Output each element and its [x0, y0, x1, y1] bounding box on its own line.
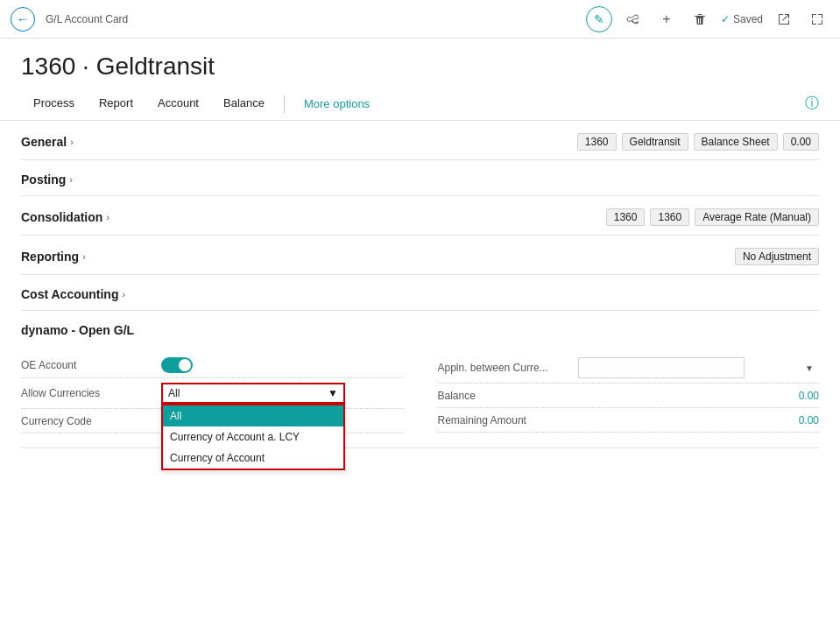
allow-currencies-dropdown-wrapper: All ▼ All Currency of Account a. LCY Cur… — [161, 383, 345, 404]
posting-section: Posting › — [21, 160, 819, 196]
currency-code-label: Currency Code — [21, 415, 161, 427]
general-badge-number: 1360 — [577, 133, 617, 151]
consolidation-badge-2: 1360 — [650, 208, 689, 226]
cost-accounting-section-title: Cost Accounting — [21, 287, 118, 301]
consolidation-section-title: Consolidation — [21, 210, 102, 224]
general-section-title: General — [21, 135, 67, 149]
oe-account-label: OE Account — [21, 359, 161, 371]
option-currency-lcy[interactable]: Currency of Account a. LCY — [163, 426, 343, 447]
toolbar-actions: ✎ + ✓ Saved — [586, 6, 829, 32]
page-breadcrumb: G/L Account Card — [46, 13, 579, 25]
back-button[interactable]: ← — [11, 7, 35, 32]
menu-more-options[interactable]: More options — [292, 90, 382, 117]
consolidation-chevron-icon: › — [106, 212, 109, 222]
balance-value: 0.00 — [578, 390, 820, 402]
add-button[interactable]: + — [654, 7, 679, 32]
posting-chevron-icon: › — [69, 174, 73, 185]
option-all[interactable]: All — [163, 405, 343, 426]
reporting-badges: No Adjustment — [735, 248, 819, 265]
oe-account-row: OE Account — [21, 353, 403, 378]
delete-button[interactable] — [688, 7, 712, 32]
general-badge-amount: 0.00 — [783, 133, 819, 151]
menu-item-account[interactable]: Account — [145, 88, 211, 121]
balance-row: Balance 0.00 — [438, 384, 820, 408]
general-badge-type: Balance Sheet — [694, 133, 778, 151]
consolidation-section: Consolidation › 1360 1360 Average Rate (… — [21, 196, 819, 236]
general-badge-name: Geldtransit — [622, 133, 688, 151]
dynamo-opengl-section-header[interactable]: dynamo - Open G/L — [21, 311, 819, 346]
allow-currencies-row: Allow Currencies All ▼ All Currency of A… — [21, 378, 403, 409]
balance-label: Balance — [438, 390, 578, 402]
appln-between-row: Appln. between Curre... ▼ — [438, 353, 820, 384]
dynamo-opengl-form: OE Account Allow Currencies All ▼ All Cu… — [21, 346, 819, 447]
saved-status: ✓ Saved — [721, 13, 763, 25]
allow-currencies-dropdown-list: All Currency of Account a. LCY Currency … — [161, 404, 345, 470]
allow-currencies-dropdown[interactable]: All ▼ — [161, 383, 345, 404]
page-title-area: 1360 · Geldtransit — [0, 39, 840, 88]
remaining-amount-row: Remaining Amount 0.00 — [438, 408, 820, 433]
info-icon[interactable]: ⓘ — [805, 95, 819, 113]
share-button[interactable] — [621, 7, 646, 32]
left-column: OE Account Allow Currencies All ▼ All Cu… — [21, 353, 403, 433]
posting-section-title: Posting — [21, 173, 66, 187]
general-section-header[interactable]: General › 1360 Geldtransit Balance Sheet… — [21, 121, 819, 159]
consolidation-badges: 1360 1360 Average Rate (Manual) — [606, 208, 819, 226]
allow-currencies-selected: All — [168, 387, 180, 399]
appln-dropdown-arrow-icon: ▼ — [805, 363, 814, 373]
reporting-section-title: Reporting — [21, 250, 79, 264]
expand-button[interactable] — [805, 7, 829, 32]
content-area: General › 1360 Geldtransit Balance Sheet… — [0, 121, 840, 616]
menu-item-balance[interactable]: Balance — [211, 88, 277, 121]
reporting-badge: No Adjustment — [735, 248, 819, 265]
general-badges: 1360 Geldtransit Balance Sheet 0.00 — [577, 133, 819, 151]
remaining-amount-label: Remaining Amount — [438, 414, 578, 426]
dynamo-opengl-section-title: dynamo - Open G/L — [21, 323, 134, 337]
dropdown-arrow-icon: ▼ — [328, 387, 338, 399]
top-bar: ← G/L Account Card ✎ + ✓ Saved — [0, 0, 840, 39]
cost-accounting-chevron-icon: › — [122, 289, 125, 299]
consolidation-section-header[interactable]: Consolidation › 1360 1360 Average Rate (… — [21, 196, 819, 235]
appln-between-dropdown[interactable] — [578, 357, 745, 378]
remaining-amount-value: 0.00 — [578, 414, 820, 426]
cost-accounting-section-header[interactable]: Cost Accounting › — [21, 275, 819, 310]
cost-accounting-section: Cost Accounting › — [21, 275, 819, 311]
consolidation-badge-3: Average Rate (Manual) — [695, 208, 819, 226]
menu-item-process[interactable]: Process — [21, 88, 87, 121]
general-section: General › 1360 Geldtransit Balance Sheet… — [21, 121, 819, 160]
consolidation-badge-1: 1360 — [606, 208, 646, 226]
option-currency-account[interactable]: Currency of Account — [163, 447, 343, 469]
appln-dropdown-wrapper: ▼ — [578, 357, 820, 378]
appln-between-label: Appln. between Curre... — [438, 362, 578, 374]
check-icon: ✓ — [721, 13, 730, 25]
edit-button[interactable]: ✎ — [586, 6, 612, 32]
menu-bar: Process Report Account Balance More opti… — [0, 88, 840, 121]
external-link-button[interactable] — [772, 7, 796, 32]
dynamo-opengl-section: dynamo - Open G/L OE Account Allow Curre… — [21, 311, 819, 448]
right-column: Appln. between Curre... ▼ Balance 0.00 R… — [438, 353, 820, 433]
general-chevron-icon: › — [70, 137, 74, 147]
menu-separator — [284, 95, 285, 113]
allow-currencies-label: Allow Currencies — [21, 387, 161, 399]
oe-account-toggle[interactable] — [161, 357, 193, 373]
page-title: 1360 · Geldtransit — [21, 53, 819, 81]
menu-item-report[interactable]: Report — [87, 88, 145, 121]
reporting-section: Reporting › No Adjustment — [21, 236, 819, 275]
reporting-section-header[interactable]: Reporting › No Adjustment — [21, 236, 819, 274]
posting-section-header[interactable]: Posting › — [21, 160, 819, 195]
reporting-chevron-icon: › — [82, 251, 86, 262]
